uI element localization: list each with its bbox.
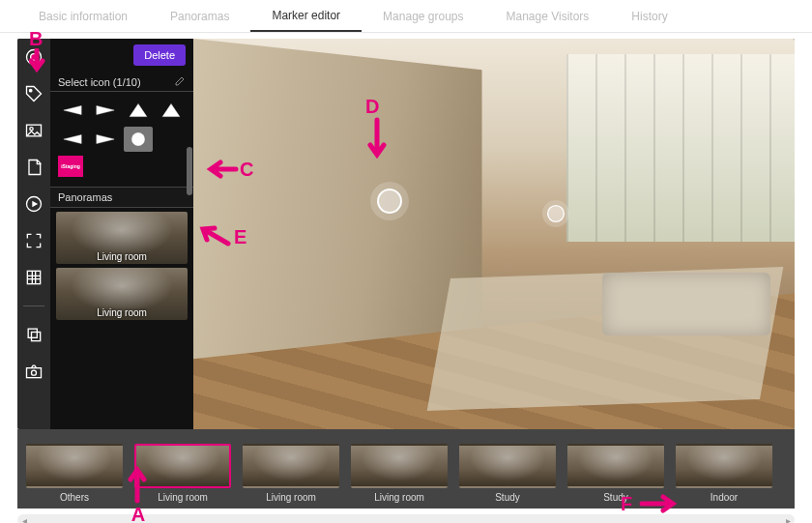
icon-arrow-left-2[interactable] [58, 127, 87, 152]
svg-rect-9 [27, 368, 42, 378]
filmstrip-thumb[interactable]: Study [566, 444, 665, 503]
icon-picker: iStaging [50, 92, 193, 187]
svg-point-10 [32, 370, 37, 375]
tool-image[interactable] [23, 120, 44, 141]
tool-copy[interactable] [23, 324, 44, 345]
icon-arrow-up[interactable] [124, 98, 153, 123]
tab-manage-groups[interactable]: Manage groups [362, 0, 484, 32]
tab-bar: Basic information Panoramas Marker edito… [0, 0, 812, 33]
panorama-viewer[interactable] [193, 39, 795, 429]
svg-point-2 [29, 89, 32, 92]
panorama-list: Living room Living room [50, 208, 193, 429]
tab-history[interactable]: History [610, 0, 688, 32]
icon-arrow-up-filled[interactable] [157, 98, 186, 123]
edit-icon[interactable] [174, 75, 186, 89]
svg-rect-6 [27, 271, 40, 283]
tool-point[interactable] [23, 46, 44, 68]
filmstrip-thumb[interactable]: Living room [350, 444, 449, 503]
svg-point-4 [30, 128, 33, 131]
toolbar-separator [23, 305, 44, 306]
tool-note[interactable] [23, 157, 44, 178]
filmstrip-thumb[interactable]: Indoor [675, 444, 773, 503]
tool-grid[interactable] [23, 267, 44, 288]
tool-tag[interactable] [23, 83, 44, 104]
svg-rect-7 [28, 329, 37, 337]
icon-arrow-left[interactable] [58, 98, 87, 123]
icon-istaging-logo[interactable]: iStaging [58, 156, 83, 177]
panorama-item[interactable]: Living room [56, 268, 188, 320]
svg-rect-8 [32, 333, 41, 341]
filmstrip-thumb[interactable]: Study [458, 444, 557, 503]
marker-panel: Delete Select icon (1/10) iStaging Panor… [50, 39, 193, 429]
editor-area: Delete Select icon (1/10) iStaging Panor… [17, 39, 795, 429]
icon-circle-selected[interactable] [124, 127, 153, 152]
select-icon-label: Select icon (1/10) [58, 76, 141, 88]
tool-rail [17, 39, 50, 429]
tool-video[interactable] [23, 193, 44, 215]
tab-manage-visitors[interactable]: Manage Visitors [485, 0, 611, 32]
tab-basic-information[interactable]: Basic information [17, 0, 149, 32]
filmstrip-thumb[interactable]: Living room [242, 444, 340, 503]
scene-marker-2[interactable] [547, 205, 565, 222]
scroll-right-icon[interactable]: ▸ [781, 514, 795, 523]
scene-marker-1[interactable] [377, 189, 402, 214]
tab-panoramas[interactable]: Panoramas [149, 0, 250, 32]
filmstrip: Others Living room Living room Living ro… [17, 429, 795, 508]
tool-camera[interactable] [23, 361, 44, 382]
tool-expand[interactable] [23, 230, 44, 251]
filmstrip-thumb[interactable]: Others [25, 444, 124, 503]
delete-button[interactable]: Delete [133, 44, 186, 66]
icon-arrow-right[interactable] [91, 98, 120, 123]
svg-point-1 [31, 54, 38, 61]
svg-point-11 [131, 132, 144, 145]
scroll-left-icon[interactable]: ◂ [17, 514, 31, 523]
panorama-item[interactable]: Living room [56, 212, 188, 264]
panoramas-header: Panoramas [50, 187, 193, 208]
icon-arrow-right-2[interactable] [91, 127, 120, 152]
filmstrip-scrollbar[interactable]: ◂ ▸ [17, 514, 795, 523]
filmstrip-thumb[interactable]: Living room [133, 444, 232, 503]
tab-marker-editor[interactable]: Marker editor [250, 0, 362, 32]
